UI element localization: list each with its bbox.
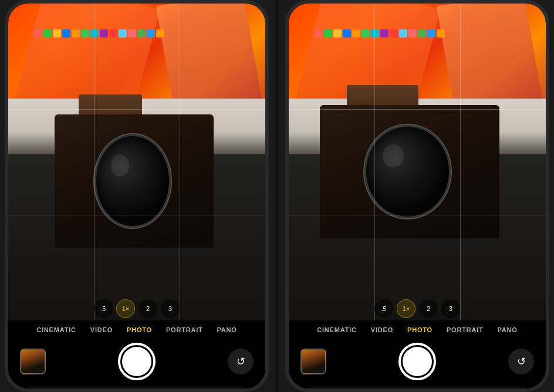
flip-icon-left: ↺: [237, 355, 245, 368]
dock-icon-r6: [362, 29, 370, 38]
zoom-2x-left[interactable]: 2: [138, 299, 157, 318]
flip-camera-button-right[interactable]: ↺: [508, 349, 534, 374]
shutter-button-left[interactable]: [118, 343, 156, 380]
mode-photo-left[interactable]: PHOTO: [124, 325, 154, 334]
dock-icon: [109, 29, 117, 38]
scene-bg-left: [8, 4, 265, 320]
mode-cinematic-right[interactable]: CINEMATIC: [315, 325, 359, 334]
dock-icon-r7: [371, 29, 379, 38]
sony-camera-right: [320, 105, 500, 238]
camera-viewfinder-right[interactable]: .5 1× 2 3: [289, 4, 546, 320]
dock-icon-r2: [324, 29, 332, 38]
camera-lens-right: [364, 125, 451, 218]
dock-icon: [100, 29, 108, 38]
sony-camera-left: [55, 114, 214, 248]
mode-video-right[interactable]: VIDEO: [369, 325, 396, 334]
camera-modes-left: CINEMATIC VIDEO PHOTO PORTRAIT PANO: [8, 320, 265, 338]
dock-icon: [90, 29, 99, 38]
shutter-button-right[interactable]: [398, 343, 436, 380]
zoom-1x-left[interactable]: 1×: [116, 299, 135, 318]
dock-icon: [137, 29, 146, 38]
dock-icon: [43, 29, 52, 38]
dock-icon: [62, 29, 70, 38]
dock-icon-r1: [315, 29, 323, 38]
camera-viewfinder-left[interactable]: .5 1× 2 3: [8, 4, 265, 320]
dock-icon-r8: [380, 29, 389, 38]
zoom-controls-right: .5 1× 2 3: [374, 299, 460, 318]
zoom-3x-left[interactable]: 3: [161, 299, 180, 318]
flip-camera-button-left[interactable]: ↺: [228, 349, 254, 374]
camera-main-right: [320, 105, 500, 238]
mac-dock-right: [315, 29, 533, 38]
thumbnail-image-right: [302, 350, 325, 373]
camera-controls-left: ↺: [8, 338, 265, 388]
camera-lens-left: [94, 134, 171, 228]
dock-icon-r4: [343, 29, 351, 38]
zoom-2x-right[interactable]: 2: [419, 299, 438, 318]
dock-icon-r10: [399, 29, 407, 38]
dock-icon: [119, 29, 127, 38]
phone-divider: [276, 0, 278, 392]
dock-icon: [72, 29, 80, 38]
camera-main-left: [55, 114, 214, 248]
phone-left: .5 1× 2 3 CINEMATIC VIDEO PHOTO PORTRAIT…: [5, 0, 269, 392]
zoom-3x-right[interactable]: 3: [441, 299, 460, 318]
thumbnail-image-left: [21, 350, 45, 373]
zoom-controls-left: .5 1× 2 3: [94, 299, 180, 318]
shutter-inner-right: [403, 347, 432, 376]
dock-icon: [81, 29, 89, 38]
dock-icon-r14: [437, 29, 445, 38]
dock-icon-r13: [427, 29, 435, 38]
thumbnail-right[interactable]: [300, 349, 326, 374]
dock-icon-r3: [333, 29, 342, 38]
dock-icon-r5: [352, 29, 360, 38]
mode-portrait-right[interactable]: PORTRAIT: [444, 325, 486, 334]
dock-icon: [147, 29, 155, 38]
camera-modes-right: CINEMATIC VIDEO PHOTO PORTRAIT PANO: [289, 320, 546, 338]
camera-controls-right: ↺: [289, 338, 546, 388]
mode-cinematic-left[interactable]: CINEMATIC: [34, 325, 79, 334]
scene-bg-right: [289, 4, 546, 320]
phone-right: .5 1× 2 3 CINEMATIC VIDEO PHOTO PORTRAIT…: [285, 0, 549, 392]
thumbnail-left[interactable]: [20, 349, 46, 374]
dock-icon: [34, 29, 42, 38]
flip-icon-right: ↺: [517, 355, 526, 368]
zoom-1x-right[interactable]: 1×: [397, 299, 416, 318]
mode-portrait-left[interactable]: PORTRAIT: [164, 325, 205, 334]
dock-icon-r11: [408, 29, 417, 38]
dock-icon-r9: [390, 29, 398, 38]
dock-icon-r12: [418, 29, 426, 38]
mode-pano-left[interactable]: PANO: [215, 325, 239, 334]
dock-icon: [53, 29, 61, 38]
mode-photo-right[interactable]: PHOTO: [405, 325, 435, 334]
dock-icon: [156, 29, 164, 38]
shutter-inner-left: [122, 347, 151, 376]
zoom-05-right[interactable]: .5: [374, 299, 393, 318]
zoom-05-left[interactable]: .5: [94, 299, 113, 318]
mac-dock-left: [34, 29, 252, 38]
mode-video-left[interactable]: VIDEO: [88, 325, 115, 334]
dock-icon: [128, 29, 136, 38]
mode-pano-right[interactable]: PANO: [495, 325, 520, 334]
